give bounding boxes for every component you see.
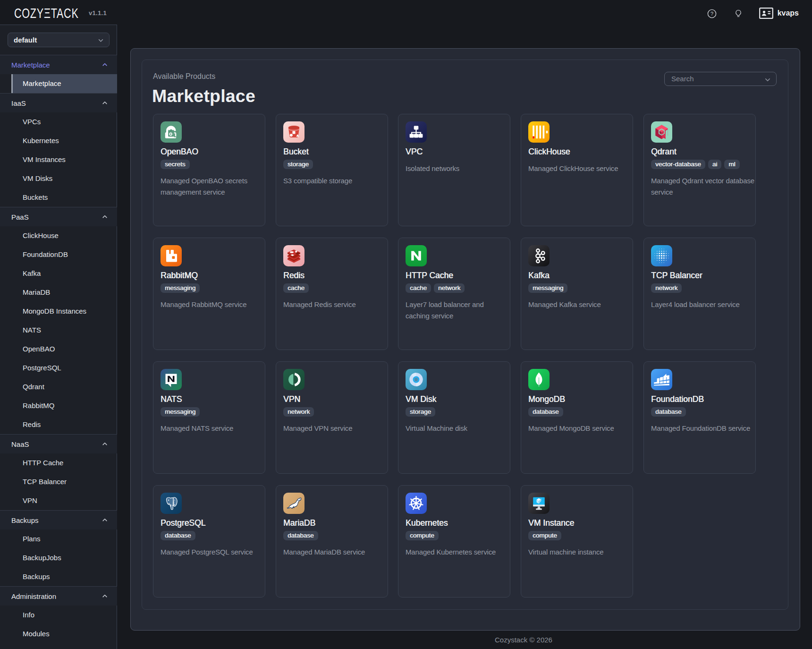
svg-text:?: ? bbox=[710, 11, 713, 17]
